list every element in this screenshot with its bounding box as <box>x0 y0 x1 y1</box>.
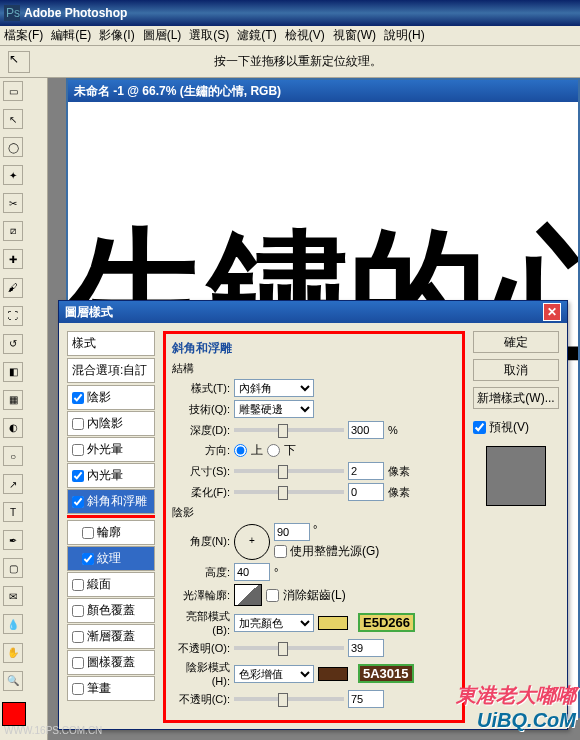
brush-tool-icon[interactable]: 🖌 <box>3 278 23 298</box>
menu-filter[interactable]: 濾鏡(T) <box>237 27 276 44</box>
style-gradient-overlay[interactable]: 漸層覆蓋 <box>67 624 155 649</box>
path-tool-icon[interactable]: ↗ <box>3 474 23 494</box>
dialog-buttons: 確定 取消 新增樣式(W)... 預視(V) <box>473 331 559 723</box>
section-bevel: 斜角和浮雕 <box>172 340 456 357</box>
app-title: Adobe Photoshop <box>24 6 127 20</box>
style-inner-shadow[interactable]: 內陰影 <box>67 411 155 436</box>
depth-slider[interactable] <box>234 428 344 432</box>
cb-satin[interactable] <box>72 579 84 591</box>
new-style-button[interactable]: 新增樣式(W)... <box>473 387 559 409</box>
notes-tool-icon[interactable]: ✉ <box>3 586 23 606</box>
style-select[interactable]: 內斜角 <box>234 379 314 397</box>
blur-tool-icon[interactable]: ◐ <box>3 418 23 438</box>
style-color-overlay[interactable]: 顏色覆蓋 <box>67 598 155 623</box>
highlight-opacity-slider[interactable] <box>234 646 344 650</box>
dodge-tool-icon[interactable]: ○ <box>3 446 23 466</box>
menu-window[interactable]: 視窗(W) <box>333 27 376 44</box>
altitude-input[interactable] <box>234 563 270 581</box>
shadow-opacity-slider[interactable] <box>234 697 344 701</box>
tech-select[interactable]: 雕鑿硬邊 <box>234 400 314 418</box>
eyedrop-tool-icon[interactable]: 💧 <box>3 614 23 634</box>
cb-stroke[interactable] <box>72 683 84 695</box>
cb-gradient-overlay[interactable] <box>72 631 84 643</box>
antialias-cb[interactable] <box>266 589 279 602</box>
crop-tool-icon[interactable]: ✂ <box>3 193 23 213</box>
cancel-button[interactable]: 取消 <box>473 359 559 381</box>
angle-input[interactable] <box>274 523 310 541</box>
soften-label: 柔化(F): <box>172 485 230 500</box>
style-stroke[interactable]: 筆畫 <box>67 676 155 701</box>
preview-cb[interactable] <box>473 421 486 434</box>
menu-view[interactable]: 檢視(V) <box>285 27 325 44</box>
dir-up-radio[interactable] <box>234 444 247 457</box>
cb-contour[interactable] <box>82 527 94 539</box>
hand-tool-icon[interactable]: ✋ <box>3 643 23 663</box>
dialog-title: 圖層樣式 <box>65 304 113 321</box>
menu-select[interactable]: 選取(S) <box>189 27 229 44</box>
move-tool-icon[interactable]: ↖ <box>3 109 23 129</box>
shape-tool-icon[interactable]: ▢ <box>3 558 23 578</box>
cb-color-overlay[interactable] <box>72 605 84 617</box>
stamp-tool-icon[interactable]: ⛶ <box>3 306 23 326</box>
dir-down-radio[interactable] <box>267 444 280 457</box>
structure-label: 結構 <box>172 361 456 376</box>
ok-button[interactable]: 確定 <box>473 331 559 353</box>
history-tool-icon[interactable]: ↺ <box>3 334 23 354</box>
cb-inner-glow[interactable] <box>72 470 84 482</box>
bevel-panel: 斜角和浮雕 結構 樣式(T):內斜角 技術(Q):雕鑿硬邊 深度(D):% 方向… <box>163 331 465 723</box>
options-bar: ↖ 按一下並拖移以重新定位紋理。 <box>0 46 580 78</box>
marquee-tool-icon[interactable]: ▭ <box>3 81 23 101</box>
shadow-color[interactable] <box>318 667 348 681</box>
style-bevel[interactable]: 斜角和浮雕 <box>67 489 155 514</box>
heal-tool-icon[interactable]: ✚ <box>3 249 23 269</box>
global-light-cb[interactable] <box>274 543 287 560</box>
shadow-mode-select[interactable]: 色彩增值 <box>234 665 314 683</box>
style-contour[interactable]: 輪廓 <box>67 520 155 545</box>
foreground-color[interactable] <box>2 702 26 726</box>
style-outer-glow[interactable]: 外光暈 <box>67 437 155 462</box>
cb-pattern-overlay[interactable] <box>72 657 84 669</box>
soften-slider[interactable] <box>234 490 344 494</box>
type-tool-icon[interactable]: T <box>3 502 23 522</box>
cb-texture[interactable] <box>82 553 94 565</box>
cb-outer-glow[interactable] <box>72 444 84 456</box>
app-icon: Ps <box>4 5 20 21</box>
menu-edit[interactable]: 編輯(E) <box>51 27 91 44</box>
wand-tool-icon[interactable]: ✦ <box>3 165 23 185</box>
eraser-tool-icon[interactable]: ◧ <box>3 362 23 382</box>
cb-inner-shadow[interactable] <box>72 418 84 430</box>
style-drop-shadow[interactable]: 陰影 <box>67 385 155 410</box>
style-inner-glow[interactable]: 內光暈 <box>67 463 155 488</box>
cb-bevel[interactable] <box>72 496 84 508</box>
slice-tool-icon[interactable]: ⧄ <box>3 221 23 241</box>
menu-image[interactable]: 影像(I) <box>99 27 134 44</box>
lasso-tool-icon[interactable]: ◯ <box>3 137 23 157</box>
blend-options[interactable]: 混合選項:自訂 <box>67 358 155 383</box>
gradient-tool-icon[interactable]: ▦ <box>3 390 23 410</box>
menu-file[interactable]: 檔案(F) <box>4 27 43 44</box>
menu-help[interactable]: 說明(H) <box>384 27 425 44</box>
style-satin[interactable]: 緞面 <box>67 572 155 597</box>
zoom-tool-icon[interactable]: 🔍 <box>3 671 23 691</box>
altitude-label: 高度: <box>172 565 230 580</box>
gloss-contour[interactable] <box>234 584 262 606</box>
pen-tool-icon[interactable]: ✒ <box>3 530 23 550</box>
shadow-opacity-input[interactable] <box>348 690 384 708</box>
menu-layer[interactable]: 圖層(L) <box>143 27 182 44</box>
move-tool-icon[interactable]: ↖ <box>8 51 30 73</box>
angle-dial[interactable] <box>234 524 270 560</box>
size-slider[interactable] <box>234 469 344 473</box>
close-icon[interactable]: ✕ <box>543 303 561 321</box>
styles-header[interactable]: 樣式 <box>67 331 155 356</box>
style-texture[interactable]: 紋理 <box>67 546 155 571</box>
soften-input[interactable] <box>348 483 384 501</box>
style-pattern-overlay[interactable]: 圖樣覆蓋 <box>67 650 155 675</box>
highlight-color[interactable] <box>318 616 348 630</box>
highlight-opacity-input[interactable] <box>348 639 384 657</box>
cb-drop-shadow[interactable] <box>72 392 84 404</box>
footer-url: WWW.16PS.COM.CN <box>4 725 102 736</box>
highlight-mode-select[interactable]: 加亮顏色 <box>234 614 314 632</box>
depth-input[interactable] <box>348 421 384 439</box>
styles-list: 樣式 混合選項:自訂 陰影 內陰影 外光暈 內光暈 斜角和浮雕 輪廓 紋理 緞面… <box>67 331 155 723</box>
size-input[interactable] <box>348 462 384 480</box>
